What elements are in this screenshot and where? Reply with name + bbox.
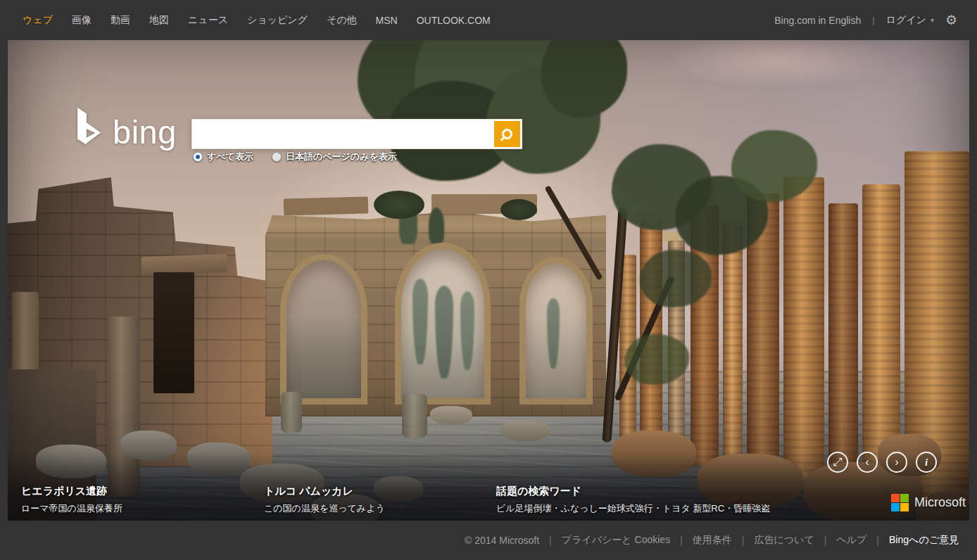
column	[723, 224, 743, 471]
caption-shade	[8, 453, 969, 521]
bing-wordmark: bing	[113, 119, 177, 146]
nav-tab-msn[interactable]: MSN	[376, 15, 398, 26]
broken-column-stub	[281, 392, 302, 433]
cloud	[662, 40, 893, 88]
hero-caption-trending[interactable]: 話題の検索ワード ビル足場倒壊・ふなっしー始球式強行・トヨタ 新型RC・昏睡強盗	[496, 485, 770, 515]
footer-link-terms[interactable]: 使用条件	[693, 534, 732, 547]
footer-link-privacy[interactable]: プライバシーと Cookies	[562, 534, 670, 547]
gear-icon[interactable]: ⚙	[945, 13, 957, 27]
bing-b-icon	[75, 108, 102, 146]
radio-unselected-icon	[272, 152, 282, 162]
cypress-tree	[429, 208, 444, 244]
next-image-button[interactable]: ›	[886, 452, 907, 473]
nav-separator: |	[872, 15, 874, 25]
footer-link-help[interactable]: ヘルプ	[836, 534, 866, 547]
caption-title: トルコ パムッカレ	[264, 485, 385, 498]
gate-arch-left	[286, 260, 361, 398]
login-button[interactable]: ログイン ▾	[886, 14, 934, 27]
chevron-down-icon: ▾	[931, 16, 934, 24]
radio-selected-icon	[193, 152, 203, 162]
copyright-text: © 2014 Microsoft	[465, 535, 539, 546]
radio-label: 日本語のページのみを表示	[286, 151, 397, 163]
cypress-tree	[547, 298, 560, 369]
hero-photo: bing すべて表示 日本語のページのみを表示 ヒエラポリス遺跡 ローマ帝国の温…	[8, 40, 969, 521]
rubble-rock	[500, 420, 550, 441]
nav-tab-shopping[interactable]: ショッピング	[247, 14, 308, 27]
microsoft-logo: Microsoft	[891, 494, 966, 511]
bing-logo: bing	[75, 108, 177, 146]
ms-square-red	[891, 494, 900, 502]
radio-all-results[interactable]: すべて表示	[193, 151, 253, 163]
search-scope-radios: すべて表示 日本語のページのみを表示	[193, 151, 397, 163]
gate-bush	[374, 191, 424, 219]
ms-square-green	[900, 494, 909, 502]
previous-image-button[interactable]: ‹	[857, 452, 878, 473]
nav-tab-news[interactable]: ニュース	[188, 14, 228, 27]
footer-separator: |	[549, 535, 552, 546]
hero-caption-location[interactable]: ヒエラポリス遺跡 ローマ帝国の温泉保養所	[21, 485, 122, 515]
nav-tabs: ウェブ 画像 動画 地図 ニュース ショッピング その他 MSN OUTLOOK…	[23, 14, 491, 27]
login-label: ログイン	[886, 14, 926, 27]
language-switch-link[interactable]: Bing.com in English	[774, 15, 861, 26]
nav-right-group: Bing.com in English | ログイン ▾ ⚙	[774, 13, 957, 27]
column	[783, 177, 824, 480]
cypress-tree	[460, 291, 474, 370]
hero-carousel-controls: ⤢ ‹ › i	[827, 452, 937, 473]
broken-column-stub	[402, 394, 427, 438]
gate-bush	[500, 199, 537, 220]
top-navbar: ウェブ 画像 動画 地図 ニュース ショッピング その他 MSN OUTLOOK…	[0, 0, 977, 40]
caption-subtitle: この国の温泉を巡ってみよう	[264, 502, 385, 515]
gate-top-block	[284, 196, 369, 215]
footer: © 2014 Microsoft | プライバシーと Cookies | 使用条…	[0, 521, 977, 560]
gate-arch-center	[401, 249, 484, 398]
footer-link-feedback[interactable]: Bingへのご意見	[889, 534, 959, 547]
cypress-tree	[412, 279, 428, 364]
left-ruin-doorway	[153, 272, 194, 393]
ms-square-blue	[891, 503, 900, 511]
search-form	[191, 119, 522, 149]
search-button[interactable]	[494, 121, 520, 147]
radio-japanese-only[interactable]: 日本語のページのみを表示	[272, 151, 397, 163]
hero-caption-region[interactable]: トルコ パムッカレ この国の温泉を巡ってみよう	[264, 485, 385, 515]
footer-separator: |	[680, 535, 683, 546]
caption-title: ヒエラポリス遺跡	[21, 485, 122, 498]
nav-tab-maps[interactable]: 地図	[149, 14, 169, 27]
nav-tab-outlook[interactable]: OUTLOOK.COM	[417, 15, 491, 26]
footer-link-ads[interactable]: 広告について	[754, 534, 814, 547]
microsoft-squares-icon	[891, 494, 909, 511]
footer-separator: |	[742, 535, 745, 546]
nav-tab-videos[interactable]: 動画	[111, 14, 130, 27]
ms-square-yellow	[900, 503, 909, 511]
cypress-tree	[435, 286, 453, 378]
caption-subtitle: ローマ帝国の温泉保養所	[21, 502, 122, 515]
search-input[interactable]	[192, 120, 493, 148]
rubble-rock	[430, 406, 472, 424]
nav-tab-images[interactable]: 画像	[72, 14, 92, 27]
radio-label: すべて表示	[207, 151, 253, 163]
search-icon	[502, 129, 512, 139]
footer-separator: |	[876, 535, 879, 546]
microsoft-wordmark: Microsoft	[914, 495, 966, 510]
footer-separator: |	[824, 535, 827, 546]
gate-arch-right	[526, 263, 586, 398]
info-icon[interactable]: i	[916, 452, 937, 473]
nav-tab-web[interactable]: ウェブ	[23, 14, 53, 27]
caption-subtitle: ビル足場倒壊・ふなっしー始球式強行・トヨタ 新型RC・昏睡強盗	[496, 502, 770, 515]
expand-icon[interactable]: ⤢	[827, 452, 848, 473]
caption-title: 話題の検索ワード	[496, 485, 770, 498]
nav-tab-more[interactable]: その他	[327, 14, 357, 27]
column	[828, 203, 858, 485]
